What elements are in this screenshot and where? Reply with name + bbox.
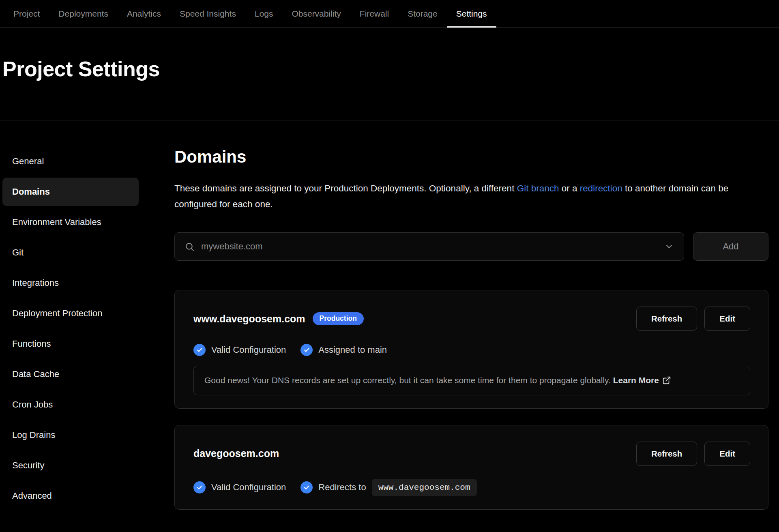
domain-status-row: Valid Configuration Redirects to www.dav… — [193, 479, 750, 496]
status-label: Valid Configuration — [211, 345, 286, 355]
add-domain-row: Add — [174, 232, 768, 261]
domain-card-www-davegoosem: www.davegoosem.com Production Refresh Ed… — [174, 290, 768, 409]
sidebar-item-cron-jobs[interactable]: Cron Jobs — [2, 390, 139, 419]
domains-panel: Domains These domains are assigned to yo… — [174, 147, 779, 526]
redirect-status: Redirects to www.davegoosem.com — [300, 479, 476, 496]
check-circle-icon — [193, 344, 206, 356]
edit-button[interactable]: Edit — [704, 307, 750, 331]
search-icon — [185, 242, 195, 252]
sidebar-item-log-drains[interactable]: Log Drains — [2, 421, 139, 449]
check-circle-icon — [300, 344, 313, 356]
learn-more-label: Learn More — [613, 375, 659, 385]
notice-text: Good news! Your DNS records are set up c… — [204, 375, 613, 385]
project-top-nav: Project Deployments Analytics Speed Insi… — [0, 0, 779, 28]
status-label: Redirects to — [318, 482, 366, 493]
tab-firewall[interactable]: Firewall — [350, 0, 398, 27]
sidebar-item-deployment-protection[interactable]: Deployment Protection — [2, 299, 139, 328]
sidebar-item-advanced[interactable]: Advanced — [2, 482, 139, 510]
hero-section: Project Settings — [0, 28, 779, 120]
sidebar-item-domains[interactable]: Domains — [2, 178, 139, 206]
page-title: Project Settings — [2, 57, 779, 81]
domain-name: davegoosem.com — [193, 448, 279, 459]
sidebar-item-general[interactable]: General — [2, 147, 139, 176]
check-circle-icon — [193, 481, 206, 493]
redirection-link[interactable]: redirection — [580, 183, 622, 193]
git-branch-link[interactable]: Git branch — [517, 183, 559, 193]
settings-sidebar: General Domains Environment Variables Gi… — [2, 147, 139, 526]
tab-analytics[interactable]: Analytics — [118, 0, 170, 27]
valid-configuration-status: Valid Configuration — [193, 344, 286, 356]
status-label: Valid Configuration — [211, 482, 286, 493]
sidebar-item-git[interactable]: Git — [2, 238, 139, 267]
sidebar-item-security[interactable]: Security — [2, 451, 139, 480]
domain-input[interactable] — [201, 241, 658, 252]
tab-deployments[interactable]: Deployments — [49, 0, 118, 27]
sidebar-item-functions[interactable]: Functions — [2, 330, 139, 358]
tab-settings[interactable]: Settings — [447, 0, 496, 27]
sidebar-item-integrations[interactable]: Integrations — [2, 269, 139, 297]
status-label: Assigned to main — [318, 345, 387, 355]
tab-observability[interactable]: Observability — [282, 0, 350, 27]
domain-name: www.davegoosem.com — [193, 313, 305, 325]
edit-button[interactable]: Edit — [704, 442, 750, 466]
description-text-2: or a — [559, 183, 579, 193]
sidebar-item-data-cache[interactable]: Data Cache — [2, 360, 139, 388]
settings-content: General Domains Environment Variables Gi… — [0, 120, 779, 526]
domain-status-row: Valid Configuration Assigned to main — [193, 344, 750, 356]
domain-card-davegoosem: davegoosem.com Refresh Edit Valid Config… — [174, 425, 768, 510]
valid-configuration-status: Valid Configuration — [193, 481, 286, 493]
add-domain-button[interactable]: Add — [693, 232, 768, 261]
assigned-branch-status: Assigned to main — [300, 344, 387, 356]
learn-more-link[interactable]: Learn More — [613, 375, 671, 385]
tab-project[interactable]: Project — [4, 0, 49, 27]
domain-card-header: www.davegoosem.com Production Refresh Ed… — [193, 307, 750, 331]
sidebar-item-environment-variables[interactable]: Environment Variables — [2, 208, 139, 236]
domain-input-container[interactable] — [174, 232, 684, 261]
domain-card-header: davegoosem.com Refresh Edit — [193, 442, 750, 466]
tab-storage[interactable]: Storage — [398, 0, 447, 27]
section-heading: Domains — [174, 147, 768, 167]
domains-description: These domains are assigned to your Produ… — [174, 180, 768, 212]
refresh-button[interactable]: Refresh — [636, 307, 697, 331]
dns-propagation-notice: Good news! Your DNS records are set up c… — [193, 366, 750, 395]
domain-card-actions: Refresh Edit — [636, 442, 750, 466]
domain-card-actions: Refresh Edit — [636, 307, 750, 331]
refresh-button[interactable]: Refresh — [636, 442, 697, 466]
production-badge: Production — [313, 312, 364, 325]
chevron-down-icon[interactable] — [664, 242, 674, 251]
redirect-target-chip: www.davegoosem.com — [372, 479, 477, 496]
external-link-icon — [662, 376, 671, 385]
check-circle-icon — [300, 481, 313, 493]
tab-logs[interactable]: Logs — [245, 0, 283, 27]
tab-speed-insights[interactable]: Speed Insights — [170, 0, 245, 27]
description-text-1: These domains are assigned to your Produ… — [174, 183, 517, 193]
